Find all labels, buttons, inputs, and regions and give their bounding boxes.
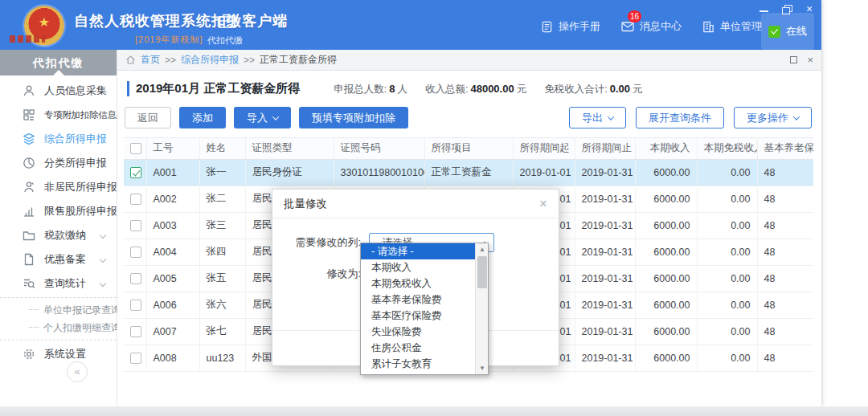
row-checkbox[interactable]: [130, 353, 141, 364]
col-period-end: 所得期间止: [575, 138, 635, 159]
chevron-down-icon: [100, 232, 106, 239]
message-count-badge: 16: [628, 10, 641, 22]
breadcrumb-separator: >>: [165, 55, 176, 66]
online-check-icon: [768, 26, 780, 38]
sidebar-subitem-personal-withholding-query[interactable]: 个人扣缴明细查询: [0, 319, 117, 336]
col-name: 姓名: [199, 138, 245, 159]
dropdown-option[interactable]: 住房公积金: [361, 340, 476, 356]
person-outline-icon: [23, 181, 35, 194]
col-pension: 基本养老保险费: [757, 138, 813, 159]
row-checkbox[interactable]: [130, 300, 141, 311]
sidebar-item-system-settings[interactable]: 系统设置: [0, 342, 117, 366]
scroll-up-icon[interactable]: ▲: [476, 243, 489, 255]
dropdown-scrollbar[interactable]: ▲ ▼: [475, 243, 488, 374]
sidebar-item-special-deduction[interactable]: 专项附加扣除信息采集: [0, 103, 117, 127]
toolbar: 返回 添加 导入 预填专项附加扣除 导出 展开查询条件 更多操作: [125, 107, 812, 128]
table-row[interactable]: A001张一居民身份证330101198001010011正常工资薪金2019-…: [124, 159, 813, 186]
dropdown-option[interactable]: 基本医疗保险费: [361, 308, 476, 324]
col-taxfree-income: 本期免税收入: [697, 138, 757, 159]
layers-icon: [23, 133, 35, 145]
chevron-down-icon: [100, 280, 106, 287]
sidebar-item-label: 分类所得申报: [44, 156, 107, 170]
nav-unit-label: 单位管理: [720, 19, 762, 34]
chevron-down-icon: [272, 113, 279, 120]
nav-unit-management[interactable]: 单位管理: [702, 19, 762, 34]
title-bar: ★ 自然人税收管理系统扣缴客户端 [2019年新税制] 代扣代缴 × 操作手册: [0, 0, 821, 50]
chevron-down-icon: [793, 113, 800, 120]
sidebar-item-personnel-info[interactable]: 人员信息采集: [0, 79, 117, 103]
search-list-icon: [23, 277, 35, 290]
col-current-income: 本期收入: [635, 138, 697, 159]
breadcrumb-section[interactable]: 综合所得申报: [181, 53, 239, 67]
column-select-dropdown: - 请选择 - 本期收入 本期免税收入 基本养老保险费 基本医疗保险费 失业保险…: [360, 243, 489, 375]
header-nav: 操作手册 16 消息中心 单位管理: [541, 19, 762, 34]
nav-messages-label: 消息中心: [640, 19, 682, 34]
sidebar-item-nonresident-income[interactable]: 非居民所得申报: [0, 175, 117, 199]
back-button[interactable]: 返回: [125, 107, 171, 128]
screen: ★ 自然人税收管理系统扣缴客户端 [2019年新税制] 代扣代缴 × 操作手册: [0, 0, 868, 416]
sidebar-item-label: 税款缴纳: [44, 228, 86, 243]
breadcrumb-home[interactable]: 首页: [141, 53, 160, 67]
sidebar-item-restricted-stock[interactable]: 限售股所得申报: [0, 199, 117, 223]
row-checkbox[interactable]: [130, 167, 141, 178]
sidebar-item-label: 优惠备案: [44, 252, 86, 267]
sidebar-menu: 人员信息采集 专项附加扣除信息采集 综合所得申报 分类所得申报: [0, 75, 117, 366]
dropdown-option[interactable]: 失业保险费: [361, 324, 476, 340]
modal-title: 批量修改: [284, 197, 327, 211]
grid-icon: [23, 108, 35, 121]
manual-icon: [541, 21, 553, 33]
online-status[interactable]: 在线: [761, 13, 814, 50]
home-icon: [125, 55, 136, 65]
person-icon: [23, 84, 35, 97]
sidebar-item-comprehensive-income[interactable]: 综合所得申报: [0, 127, 117, 151]
sidebar-item-tax-payment[interactable]: 税款缴纳: [0, 223, 117, 247]
nav-messages[interactable]: 16 消息中心: [621, 19, 682, 34]
dropdown-option[interactable]: 基本养老保险费: [361, 292, 476, 308]
star-icon: ★: [24, 14, 64, 30]
export-button[interactable]: 导出: [569, 107, 626, 128]
tab-controls: ×: [790, 56, 813, 64]
briefcase-icon: [217, 13, 236, 29]
more-actions-button[interactable]: 更多操作: [734, 107, 812, 128]
row-checkbox[interactable]: [130, 194, 141, 205]
dropdown-option[interactable]: 本期收入: [361, 259, 476, 275]
taskbar-strip: [0, 406, 868, 416]
building-icon: [702, 21, 714, 33]
tab-restore-icon[interactable]: [790, 56, 797, 63]
sidebar-item-preferential-filing[interactable]: 优惠备案: [0, 247, 117, 271]
modal-header: 批量修改 ×: [272, 190, 559, 218]
stat-total-people: 申报总人数:8人: [334, 83, 407, 96]
nav-manual[interactable]: 操作手册: [541, 19, 600, 34]
table-header-row: 工号 姓名 证照类型 证照号码 所得项目 所得期间起 所得期间止 本期收入 本期…: [124, 138, 813, 159]
dropdown-option[interactable]: - 请选择 -: [361, 243, 476, 259]
tab-close-icon[interactable]: ×: [807, 56, 813, 64]
row-checkbox[interactable]: [130, 326, 141, 337]
scroll-down-icon[interactable]: ▼: [476, 362, 489, 374]
col-employee-id: 工号: [146, 138, 199, 159]
row-checkbox[interactable]: [130, 220, 141, 231]
sidebar-item-label: 查询统计: [44, 276, 86, 291]
online-label: 在线: [786, 24, 807, 39]
bar-chart-icon: [23, 205, 35, 218]
select-all-checkbox[interactable]: [130, 143, 141, 154]
sidebar-collapse-button[interactable]: «: [67, 361, 88, 382]
sidebar-subitem-unit-declaration-query[interactable]: 单位申报记录查询: [0, 301, 117, 319]
prefill-deduction-button[interactable]: 预填专项附加扣除: [299, 107, 408, 128]
dropdown-option[interactable]: 累计子女教育: [361, 356, 476, 372]
gear-icon: [23, 348, 35, 361]
sidebar-item-label: 非居民所得申报: [44, 180, 117, 194]
sidebar-item-label: 人员信息采集: [44, 84, 107, 98]
import-button[interactable]: 导入: [234, 107, 291, 128]
row-checkbox[interactable]: [130, 273, 141, 284]
sidebar-tab-daikou[interactable]: 代扣代缴: [0, 50, 117, 75]
sidebar-item-query-statistics[interactable]: 查询统计: [0, 271, 117, 296]
scroll-thumb[interactable]: [477, 256, 487, 288]
expand-query-button[interactable]: 展开查询条件: [636, 107, 724, 128]
nav-manual-label: 操作手册: [559, 19, 600, 34]
modal-close-icon[interactable]: ×: [539, 198, 547, 210]
dropdown-option[interactable]: 本期免税收入: [361, 275, 476, 292]
tax-seal-decoration: [10, 35, 45, 43]
sidebar-item-classified-income[interactable]: 分类所得申报: [0, 151, 117, 175]
row-checkbox[interactable]: [130, 247, 141, 258]
add-button[interactable]: 添加: [179, 107, 226, 128]
